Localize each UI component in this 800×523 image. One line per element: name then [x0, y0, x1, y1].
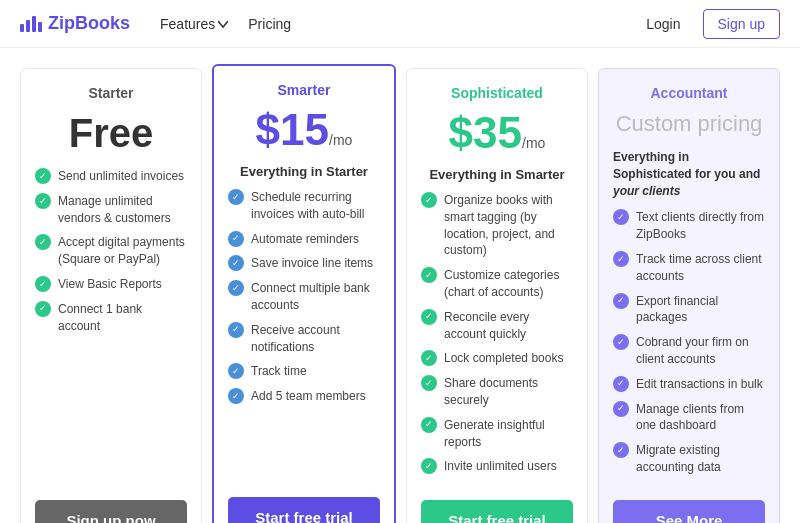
feature-text: Manage unlimited vendors & customers	[58, 193, 187, 227]
check-icon: ✓	[421, 350, 437, 366]
feature-item: ✓Add 5 team members	[228, 388, 380, 405]
check-icon: ✓	[421, 192, 437, 208]
feature-text: Generate insightful reports	[444, 417, 573, 451]
feature-text: Schedule recurring invoices with auto-bi…	[251, 189, 380, 223]
feature-text: Track time	[251, 363, 307, 380]
feature-list-smarter: ✓Schedule recurring invoices with auto-b…	[228, 189, 380, 481]
signup-button[interactable]: Sign up	[703, 9, 780, 39]
check-icon: ✓	[613, 251, 629, 267]
check-icon: ✓	[228, 280, 244, 296]
feature-item: ✓View Basic Reports	[35, 276, 187, 293]
plan-price-accountant: Custom pricing	[613, 111, 765, 137]
plan-name-smarter: Smarter	[228, 82, 380, 98]
check-icon: ✓	[613, 293, 629, 309]
feature-item: ✓Accept digital payments (Square or PayP…	[35, 234, 187, 268]
plan-card-sophisticated: Sophisticated$35/moEverything in Smarter…	[406, 68, 588, 523]
feature-text: Invite unlimited users	[444, 458, 557, 475]
feature-text: Cobrand your firm on client accounts	[636, 334, 765, 368]
plan-name-starter: Starter	[35, 85, 187, 101]
check-icon: ✓	[613, 209, 629, 225]
pricing-section: StarterFree✓Send unlimited invoices✓Mana…	[0, 48, 800, 523]
check-icon: ✓	[421, 417, 437, 433]
check-icon: ✓	[228, 363, 244, 379]
logo-bar-2	[26, 20, 30, 32]
feature-text: Connect multiple bank accounts	[251, 280, 380, 314]
feature-text: View Basic Reports	[58, 276, 162, 293]
plan-price-sophisticated: $35/mo	[421, 111, 573, 155]
cta-button-accountant[interactable]: See More	[613, 500, 765, 523]
feature-item: ✓Reconcile every account quickly	[421, 309, 573, 343]
logo-bar-4	[38, 22, 42, 32]
plan-price-smarter: $15/mo	[228, 108, 380, 152]
nav-pricing[interactable]: Pricing	[248, 16, 291, 32]
feature-text: Customize categories (chart of accounts)	[444, 267, 573, 301]
check-icon: ✓	[228, 189, 244, 205]
feature-item: ✓Schedule recurring invoices with auto-b…	[228, 189, 380, 223]
nav-right: Login Sign up	[634, 9, 780, 39]
feature-item: ✓Manage unlimited vendors & customers	[35, 193, 187, 227]
feature-item: ✓Export financial packages	[613, 293, 765, 327]
feature-item: ✓Share documents securely	[421, 375, 573, 409]
logo[interactable]: ZipBooks	[20, 13, 130, 34]
feature-text: Track time across client accounts	[636, 251, 765, 285]
cta-button-sophisticated[interactable]: Start free trial	[421, 500, 573, 523]
feature-text: Send unlimited invoices	[58, 168, 184, 185]
feature-item: ✓Track time	[228, 363, 380, 380]
check-icon: ✓	[35, 168, 51, 184]
check-icon: ✓	[35, 276, 51, 292]
check-icon: ✓	[613, 334, 629, 350]
navbar: ZipBooks Features Pricing Login Sign up	[0, 0, 800, 48]
feature-item: ✓Track time across client accounts	[613, 251, 765, 285]
feature-item: ✓Text clients directly from ZipBooks	[613, 209, 765, 243]
feature-item: ✓Invite unlimited users	[421, 458, 573, 475]
check-icon: ✓	[35, 301, 51, 317]
feature-text: Manage clients from one dashboard	[636, 401, 765, 435]
feature-item: ✓Edit transactions in bulk	[613, 376, 765, 393]
feature-list-accountant: ✓Text clients directly from ZipBooks✓Tra…	[613, 209, 765, 483]
feature-item: ✓Send unlimited invoices	[35, 168, 187, 185]
plan-price-starter: Free	[35, 111, 187, 156]
chevron-down-icon	[218, 19, 228, 29]
feature-text: Connect 1 bank account	[58, 301, 187, 335]
feature-text: Save invoice line items	[251, 255, 373, 272]
feature-text: Receive account notifications	[251, 322, 380, 356]
check-icon: ✓	[421, 267, 437, 283]
feature-item: ✓Automate reminders	[228, 231, 380, 248]
check-icon: ✓	[421, 458, 437, 474]
check-icon: ✓	[228, 255, 244, 271]
cta-button-starter[interactable]: Sign up now	[35, 500, 187, 523]
feature-text: Export financial packages	[636, 293, 765, 327]
feature-item: ✓Manage clients from one dashboard	[613, 401, 765, 435]
cta-button-smarter[interactable]: Start free trial	[228, 497, 380, 523]
nav-links: Features Pricing	[160, 16, 634, 32]
logo-bar-1	[20, 24, 24, 32]
check-icon: ✓	[613, 442, 629, 458]
logo-icon	[20, 16, 42, 32]
feature-item: ✓Customize categories (chart of accounts…	[421, 267, 573, 301]
check-icon: ✓	[35, 193, 51, 209]
login-button[interactable]: Login	[634, 10, 692, 38]
plan-name-sophisticated: Sophisticated	[421, 85, 573, 101]
feature-text: Text clients directly from ZipBooks	[636, 209, 765, 243]
check-icon: ✓	[228, 388, 244, 404]
feature-item: ✓Organize books with smart tagging (by l…	[421, 192, 573, 259]
feature-text: Accept digital payments (Square or PayPa…	[58, 234, 187, 268]
plan-subtitle-sophisticated: Everything in Smarter	[421, 167, 573, 182]
plan-card-smarter: Smarter$15/moEverything in Starter✓Sched…	[212, 64, 396, 523]
check-icon: ✓	[613, 401, 629, 417]
feature-item: ✓Connect 1 bank account	[35, 301, 187, 335]
check-icon: ✓	[228, 322, 244, 338]
feature-item: ✓Generate insightful reports	[421, 417, 573, 451]
check-icon: ✓	[421, 309, 437, 325]
check-icon: ✓	[35, 234, 51, 250]
feature-text: Reconcile every account quickly	[444, 309, 573, 343]
plan-name-accountant: Accountant	[613, 85, 765, 101]
feature-text: Migrate existing accounting data	[636, 442, 765, 476]
feature-text: Lock completed books	[444, 350, 563, 367]
check-icon: ✓	[613, 376, 629, 392]
plan-subtitle-accountant: Everything in Sophisticated for you and …	[613, 149, 765, 199]
plan-card-accountant: AccountantCustom pricingEverything in So…	[598, 68, 780, 523]
nav-features[interactable]: Features	[160, 16, 228, 32]
feature-item: ✓Cobrand your firm on client accounts	[613, 334, 765, 368]
feature-text: Organize books with smart tagging (by lo…	[444, 192, 573, 259]
